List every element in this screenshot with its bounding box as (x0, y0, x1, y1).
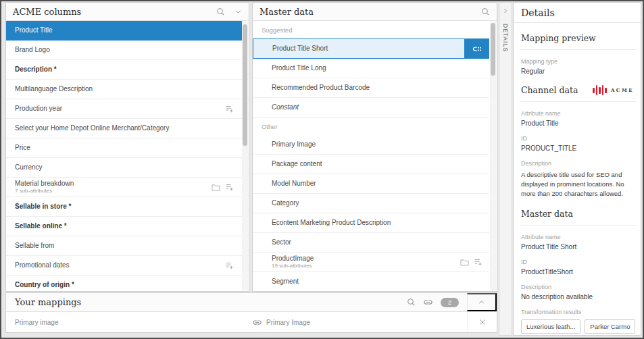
master-data-header: Master data (253, 3, 497, 21)
master-data-row[interactable]: Product Title Short (253, 38, 489, 59)
chevron-up-icon[interactable] (467, 293, 497, 311)
row-texts: Product Title Short (272, 45, 328, 53)
details-strip-label: DETAILS (502, 24, 509, 52)
row-texts: Select your Home Depot Online Merchant/C… (15, 124, 169, 133)
row-label: Model Number (272, 180, 316, 188)
details-collapse-strip[interactable]: DETAILS (499, 2, 512, 336)
row-label: Description * (15, 66, 57, 74)
folder-icon (212, 184, 220, 191)
left-scrollbar-thumb[interactable] (243, 24, 247, 146)
left-scrollbar[interactable] (242, 22, 248, 290)
master-data-row[interactable]: Econtent Marketing Product Description (253, 213, 489, 233)
search-icon[interactable] (407, 298, 416, 307)
row-texts: Price (15, 144, 30, 153)
row-texts: Description * (15, 66, 57, 74)
acme-logo-text: ACME (611, 87, 634, 93)
transform-add-icon[interactable] (474, 258, 482, 266)
row-texts: Product Title (15, 26, 53, 35)
row-label: Price (15, 144, 30, 153)
channel-data-heading: Channel data ACME (521, 85, 636, 102)
row-label: Select your Home Depot Online Merchant/C… (15, 124, 169, 133)
acme-column-row[interactable]: Description * (6, 60, 242, 80)
row-texts: Recommended Product Barcode (272, 84, 370, 93)
acme-column-row[interactable]: Sellable in store * (6, 197, 242, 217)
transformation-chips: Luxerious leath...Parker Carmo (521, 319, 636, 334)
remove-mapping-button[interactable] (467, 312, 497, 332)
transform-add-icon[interactable] (225, 261, 234, 269)
mapping-row: Primary imagePrimary Image (6, 312, 497, 333)
mapping-preview-heading: Mapping preview (521, 33, 636, 50)
row-icons (225, 261, 234, 269)
row-texts: Material breakdown7 sub-attributes (15, 180, 74, 195)
acme-column-row[interactable]: Brand Logo (6, 41, 242, 60)
row-label: Sellable from (15, 242, 54, 251)
master-data-row[interactable]: Primary Image (253, 135, 489, 155)
transform-add-icon[interactable] (225, 183, 234, 191)
middle-scrollbar-thumb[interactable] (491, 23, 495, 76)
acme-column-row[interactable]: Select your Home Depot Online Merchant/C… (6, 119, 242, 138)
row-texts: Sellable online * (15, 222, 67, 231)
row-label: Primary Image (272, 140, 316, 149)
row-label: Econtent Marketing Product Description (272, 219, 391, 228)
row-label: Sellable online * (15, 222, 67, 231)
mapping-target-label: Primary Image (266, 319, 310, 326)
chevron-right-icon[interactable] (502, 7, 509, 14)
mapping-app-window: ACME columns Product TitleBrand LogoDesc… (0, 0, 644, 339)
master-data-row[interactable]: Constant (253, 98, 489, 118)
master-data-row[interactable]: ProductImage19 sub-attributes (253, 253, 489, 272)
row-label: Material breakdown (15, 180, 74, 188)
master-description-label: Description (521, 284, 636, 290)
search-icon[interactable] (481, 7, 490, 16)
row-label: Sellable in store * (15, 203, 71, 211)
acme-column-row[interactable]: Product Title (6, 21, 242, 41)
transform-add-icon[interactable] (225, 105, 234, 113)
details-panel: Details Mapping preview Mapping type Reg… (513, 2, 641, 336)
row-texts: Package content (272, 160, 322, 169)
acme-columns-header: ACME columns (6, 3, 249, 21)
acme-column-row[interactable]: Promotional dates (6, 256, 242, 276)
row-icons (460, 258, 482, 266)
channel-attribute-name-label: Attribute name (521, 110, 636, 117)
acme-column-row[interactable]: Multilanguage Description (6, 80, 242, 99)
map-link-icon (471, 43, 482, 55)
mapping-type-label: Mapping type (521, 58, 636, 65)
mapping-count-badge: 2 (441, 298, 459, 307)
acme-column-row[interactable]: Price (6, 138, 242, 158)
middle-scrollbar[interactable] (490, 22, 496, 290)
master-data-row[interactable]: Category (253, 194, 489, 213)
acme-column-row[interactable]: Sellable online * (6, 217, 242, 236)
master-data-row[interactable]: Package content (253, 155, 489, 174)
acme-column-row[interactable]: Sellable from (6, 236, 242, 256)
acme-logo: ACME (593, 85, 636, 95)
row-texts: Currency (15, 163, 43, 172)
master-id-value: ProductTitleShort (521, 268, 636, 276)
acme-column-row[interactable]: Country of origin * (6, 276, 242, 292)
your-mappings-panel: Your mappings 2 Primary imagePrimary Ima… (5, 292, 497, 333)
acme-column-row[interactable]: Currency (6, 158, 242, 178)
row-icons (212, 183, 234, 191)
acme-columns-title: ACME columns (13, 7, 81, 17)
mapping-type-value: Regular (521, 68, 636, 75)
row-texts: Constant (272, 103, 299, 112)
row-texts: Brand Logo (15, 46, 50, 55)
acme-logo-icon (593, 85, 607, 95)
your-mappings-list: Primary imagePrimary Image (6, 312, 497, 333)
master-data-row[interactable]: Segment (253, 272, 489, 292)
row-label: Segment (272, 278, 299, 286)
row-texts: Sellable from (15, 242, 54, 251)
search-icon[interactable] (216, 7, 225, 16)
channel-description-text: A descriptive title used for SEO and dis… (521, 170, 636, 199)
master-data-row[interactable]: Model Number (253, 174, 489, 194)
row-label: Country of origin * (15, 281, 74, 290)
row-label: ProductImage (272, 255, 314, 263)
map-action-button[interactable] (464, 38, 489, 59)
row-label: Sector (272, 238, 291, 247)
master-data-row[interactable]: Product Title Long (253, 59, 489, 78)
master-data-row[interactable]: Sector (253, 233, 489, 253)
master-data-row[interactable]: Recommended Product Barcode (253, 78, 489, 98)
master-id-label: ID (521, 259, 636, 265)
acme-column-row[interactable]: Production year (6, 99, 242, 119)
acme-column-row[interactable]: Material breakdown7 sub-attributes (6, 178, 242, 197)
chevron-down-icon[interactable] (234, 8, 242, 16)
row-texts: Category (272, 199, 299, 208)
